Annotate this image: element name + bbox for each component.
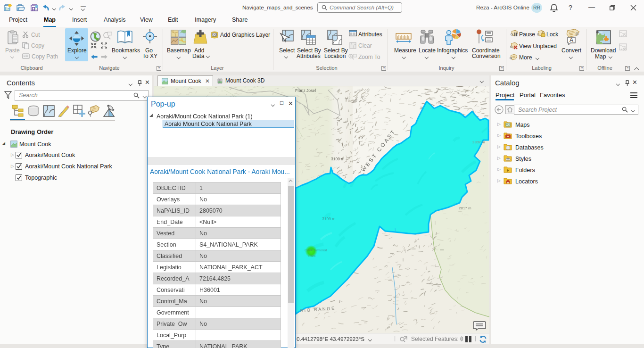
svg-text:3199 m: 3199 m: [322, 216, 335, 221]
svg-text:Cook National: Cook National: [305, 248, 327, 252]
svg-text:3109 m: 3109 m: [331, 157, 344, 161]
svg-text:2837 m: 2837 m: [472, 140, 485, 144]
svg-text:Park: Park: [308, 254, 316, 258]
svg-text:A: A: [570, 37, 573, 43]
svg-text:2817 m: 2817 m: [459, 206, 471, 210]
svg-text:Franz Josef: Franz Josef: [295, 88, 316, 93]
